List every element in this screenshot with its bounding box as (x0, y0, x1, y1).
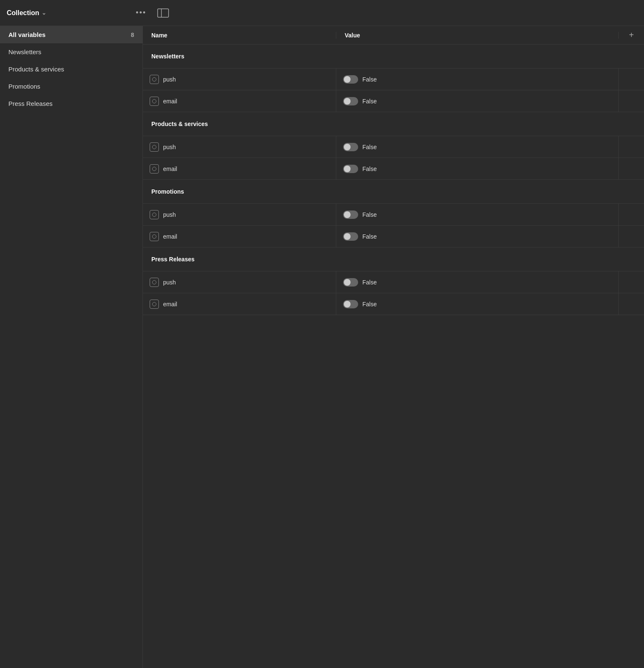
section-heading-row-press-releases: Press Releases (143, 247, 644, 271)
row-action-col (619, 204, 644, 225)
var-name-label: push (163, 76, 176, 83)
section-heading-promotions: Promotions (151, 188, 184, 195)
content-area: Name Value + Newsletters (143, 26, 644, 668)
var-value-col[interactable]: False (336, 204, 619, 225)
toggle-knob (344, 279, 351, 286)
header: Collection ⌄ ••• (0, 0, 644, 26)
toggle-switch[interactable] (343, 143, 358, 151)
section-promotions: Promotions push False (143, 180, 644, 247)
section-products-services: Products & services push False (143, 112, 644, 180)
var-name-label: email (163, 233, 177, 240)
sidebar-item-label: All variables (8, 31, 45, 38)
toggle-switch[interactable] (343, 232, 358, 241)
row-action-col (619, 68, 644, 90)
svg-rect-0 (158, 9, 169, 17)
toggle-value-label: False (362, 279, 377, 286)
sidebar-item-newsletters[interactable]: Newsletters (0, 43, 143, 60)
boolean-type-icon (150, 142, 159, 152)
table-row: email False (143, 158, 644, 179)
toggle-value-label: False (362, 233, 377, 240)
var-name-col: email (143, 226, 336, 247)
panel-toggle-icon[interactable] (156, 8, 170, 18)
var-value-col[interactable]: False (336, 271, 619, 293)
sidebar-item-count: 8 (131, 32, 134, 38)
boolean-type-icon (150, 232, 159, 241)
collection-label: Collection (7, 9, 39, 17)
table-row: email False (143, 90, 644, 112)
boolean-icon-inner (152, 77, 156, 82)
row-action-col (619, 158, 644, 179)
section-heading-newsletters: Newsletters (151, 53, 185, 60)
boolean-icon-inner (152, 213, 156, 217)
var-name-label: email (163, 98, 177, 105)
row-action-col (619, 136, 644, 158)
boolean-icon-inner (152, 167, 156, 171)
row-action-col (619, 226, 644, 247)
toggle-knob (344, 76, 351, 83)
section-heading-products: Products & services (151, 121, 208, 127)
var-value-col[interactable]: False (336, 136, 619, 158)
header-right (150, 8, 170, 18)
toggle-switch[interactable] (343, 210, 358, 219)
header-left: Collection ⌄ ••• (7, 7, 150, 19)
table-row: push False (143, 271, 644, 293)
toggle-switch[interactable] (343, 278, 358, 287)
row-action-col (619, 271, 644, 293)
var-name-label: email (163, 301, 177, 308)
boolean-icon-inner (152, 280, 156, 284)
toggle-value-label: False (362, 144, 377, 150)
sidebar-item-promotions[interactable]: Promotions (0, 78, 143, 95)
row-action-col (619, 293, 644, 315)
boolean-type-icon (150, 210, 159, 219)
var-name-col: email (143, 293, 336, 315)
boolean-icon-inner (152, 99, 156, 103)
section-heading-press-releases: Press Releases (151, 256, 195, 263)
boolean-icon-inner (152, 302, 156, 306)
var-value-col[interactable]: False (336, 158, 619, 179)
toggle-value-label: False (362, 211, 377, 218)
toggle-knob (344, 166, 351, 172)
var-value-col[interactable]: False (336, 293, 619, 315)
toggle-knob (344, 211, 351, 218)
sidebar-item-press-releases[interactable]: Press Releases (0, 95, 143, 112)
sidebar-item-label: Press Releases (8, 100, 53, 107)
section-heading-row-promotions: Promotions (143, 180, 644, 203)
var-value-col[interactable]: False (336, 90, 619, 112)
section-heading-row-newsletters: Newsletters (143, 45, 644, 68)
toggle-knob (344, 233, 351, 240)
toggle-switch[interactable] (343, 75, 358, 84)
section-heading-row-products: Products & services (143, 112, 644, 136)
sidebar: All variables 8 Newsletters Products & s… (0, 26, 143, 668)
sidebar-item-label: Products & services (8, 66, 64, 73)
col-value-header: Value (336, 32, 619, 39)
var-name-col: push (143, 204, 336, 225)
var-name-label: push (163, 279, 176, 286)
var-value-col[interactable]: False (336, 68, 619, 90)
var-value-col[interactable]: False (336, 226, 619, 247)
toggle-value-label: False (362, 98, 377, 105)
toggle-value-label: False (362, 166, 377, 172)
section-newsletters: Newsletters push False (143, 45, 644, 112)
section-press-releases: Press Releases push False (143, 247, 644, 315)
boolean-type-icon (150, 300, 159, 309)
app-container: Collection ⌄ ••• All variables 8 Newslet… (0, 0, 644, 668)
row-action-col (619, 90, 644, 112)
var-name-col: push (143, 271, 336, 293)
toggle-knob (344, 144, 351, 150)
toggle-switch[interactable] (343, 165, 358, 173)
add-variable-button[interactable]: + (619, 30, 644, 40)
sidebar-item-label: Newsletters (8, 48, 41, 55)
toggle-switch[interactable] (343, 300, 358, 308)
boolean-icon-inner (152, 145, 156, 149)
boolean-type-icon (150, 75, 159, 84)
main-layout: All variables 8 Newsletters Products & s… (0, 26, 644, 668)
collection-title[interactable]: Collection ⌄ (7, 9, 46, 17)
sidebar-item-all-variables[interactable]: All variables 8 (0, 26, 143, 43)
sidebar-item-products-services[interactable]: Products & services (0, 60, 143, 78)
toggle-value-label: False (362, 301, 377, 308)
var-name-col: email (143, 90, 336, 112)
toggle-switch[interactable] (343, 97, 358, 105)
more-options-button[interactable]: ••• (132, 7, 150, 19)
col-name-header: Name (143, 32, 336, 39)
sidebar-item-label: Promotions (8, 83, 40, 90)
